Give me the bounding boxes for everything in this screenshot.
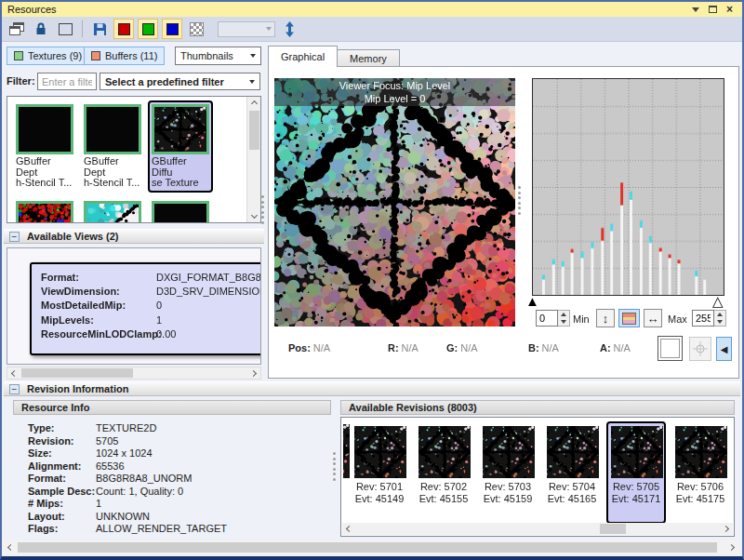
revision-thumbnail bbox=[611, 426, 663, 478]
view-field-label: ResourceMinLODClamp: bbox=[41, 328, 162, 340]
revision-information-header[interactable]: − Revision Information bbox=[4, 381, 740, 396]
panel-splitter-grip[interactable] bbox=[261, 195, 264, 224]
buffers-toggle[interactable]: Buffers (11) bbox=[84, 47, 165, 65]
collapse-minus-icon[interactable]: − bbox=[9, 232, 20, 242]
min-spinner[interactable] bbox=[536, 310, 570, 327]
min-value-input[interactable] bbox=[536, 310, 558, 327]
texture-thumbnail-list[interactable]: GBuffer Dept h-Stencil T...GBuffer Dept … bbox=[7, 96, 261, 223]
histogram-max-marker[interactable]: △ bbox=[712, 295, 724, 308]
revision-evt-label: Evt: 45171 bbox=[611, 493, 661, 505]
scroll-thumb[interactable] bbox=[18, 542, 717, 553]
pixel-field-label: G: bbox=[446, 342, 458, 353]
revision-item[interactable]: Rev: 5701Evt: 45149 bbox=[350, 421, 409, 524]
resource-field-value: 5705 bbox=[96, 435, 118, 447]
pixel-field-value: N/A bbox=[460, 342, 477, 353]
texture-image[interactable] bbox=[274, 78, 515, 327]
texture-viewer[interactable]: Viewer Focus: Mip Level Mip Level = 0 bbox=[274, 78, 515, 327]
close-icon[interactable]: × bbox=[726, 5, 733, 14]
revision-thumb-partial bbox=[343, 424, 350, 478]
view-field-row: MipLevels:1 bbox=[32, 314, 261, 328]
channel-stripes-button[interactable] bbox=[618, 309, 640, 327]
view-card[interactable]: Format:DXGI_FORMAT_B8G8R8A8ViewDimension… bbox=[30, 262, 261, 355]
green-channel-button[interactable] bbox=[138, 19, 158, 39]
predefined-filter-dropdown[interactable]: Select a predefined filter bbox=[100, 73, 260, 90]
texture-list-item[interactable] bbox=[80, 197, 145, 224]
thumbnail-list-vscrollbar[interactable] bbox=[246, 97, 260, 222]
textures-toggle[interactable]: Textures (9) bbox=[7, 47, 89, 65]
texture-list-item[interactable]: GBuffer Dept h-Stencil T... bbox=[80, 100, 145, 193]
texture-thumbnail bbox=[16, 104, 73, 154]
alpha-checker-button[interactable] bbox=[186, 19, 206, 39]
scroll-thumb[interactable] bbox=[249, 111, 259, 150]
histogram[interactable] bbox=[532, 78, 724, 296]
collapse-minus-icon[interactable]: − bbox=[9, 384, 20, 394]
cascade-windows-icon[interactable] bbox=[7, 19, 27, 39]
pixel-picker-button-disabled bbox=[689, 337, 711, 361]
blue-channel-button[interactable] bbox=[162, 19, 182, 39]
texture-list-item[interactable] bbox=[148, 197, 213, 224]
maximize-icon[interactable] bbox=[709, 6, 717, 13]
filter-input[interactable] bbox=[37, 73, 97, 90]
scroll-left-arrow[interactable] bbox=[7, 367, 20, 380]
revision-rev-label: Rev: 5706 bbox=[675, 481, 725, 493]
revision-item[interactable]: Rev: 5703Evt: 45159 bbox=[478, 421, 538, 524]
scroll-up-arrow[interactable] bbox=[248, 97, 260, 109]
views-hscrollbar[interactable] bbox=[7, 367, 261, 380]
texture-list-item[interactable] bbox=[12, 197, 77, 224]
frame-icon[interactable] bbox=[55, 19, 75, 39]
texture-list-item[interactable]: GBuffer Dept h-Stencil T... bbox=[12, 100, 77, 193]
scroll-right-arrow[interactable] bbox=[721, 523, 733, 535]
resource-field-label: Type: bbox=[28, 422, 55, 433]
scroll-left-arrow[interactable] bbox=[342, 523, 354, 535]
texture-list-item[interactable]: GBuffer Diffu se Texture bbox=[148, 100, 213, 193]
lock-icon[interactable] bbox=[31, 19, 51, 39]
revision-item[interactable]: Rev: 5704Evt: 45165 bbox=[542, 421, 602, 524]
histogram-min-marker[interactable]: ▲ bbox=[525, 295, 539, 308]
fit-range-horizontal-button[interactable]: ↔ bbox=[644, 309, 662, 327]
max-value-input[interactable] bbox=[692, 310, 714, 327]
scroll-thumb[interactable] bbox=[600, 524, 626, 534]
scroll-right-arrow[interactable] bbox=[248, 367, 260, 380]
available-revisions-list[interactable]: Rev: 5701Evt: 45149Rev: 5702Evt: 45155Re… bbox=[340, 417, 735, 537]
revision-splitter-grip[interactable] bbox=[333, 452, 336, 481]
revision-rev-label: Rev: 5703 bbox=[483, 481, 533, 493]
revision-item[interactable]: Rev: 5706Evt: 45175 bbox=[671, 421, 730, 524]
resource-field-value: UNKNOWN bbox=[96, 511, 150, 522]
pixel-field-a: A:N/A bbox=[600, 342, 631, 353]
tab-memory[interactable]: Memory bbox=[338, 49, 400, 67]
save-icon[interactable] bbox=[89, 19, 110, 39]
fit-vertical-button[interactable] bbox=[279, 19, 299, 39]
scroll-right-arrow[interactable] bbox=[726, 541, 738, 553]
window-menu-caret-icon[interactable] bbox=[692, 7, 699, 12]
texture-thumbnail bbox=[84, 201, 141, 224]
revision-item[interactable]: Rev: 5705Evt: 45171 bbox=[606, 421, 666, 524]
title-bar[interactable]: Resources × bbox=[2, 2, 742, 17]
fit-range-vertical-button[interactable]: ↕ bbox=[596, 309, 615, 327]
revision-item[interactable]: Rev: 5702Evt: 45155 bbox=[414, 421, 473, 524]
viewer-histogram-splitter-grip[interactable] bbox=[518, 186, 521, 215]
view-field-value: 1 bbox=[156, 314, 162, 326]
revision-items: Rev: 5701Evt: 45149Rev: 5702Evt: 45155Re… bbox=[350, 421, 732, 524]
scroll-thumb[interactable] bbox=[21, 368, 133, 378]
scroll-down-arrow[interactable] bbox=[248, 210, 260, 222]
texture-thumbnail bbox=[152, 201, 209, 224]
texture-thumbnail-image bbox=[19, 204, 71, 224]
max-spinner[interactable] bbox=[692, 310, 726, 327]
blue-swatch-icon bbox=[166, 23, 179, 35]
collapse-panel-button[interactable]: ◀ bbox=[716, 337, 732, 361]
texture-thumbnail-image bbox=[154, 107, 206, 152]
window-title: Resources bbox=[7, 4, 57, 15]
tab-graphical[interactable]: Graphical bbox=[268, 46, 338, 67]
red-channel-button[interactable] bbox=[113, 19, 134, 39]
view-mode-dropdown[interactable]: Thumbnails bbox=[175, 47, 261, 65]
resource-field-label: Alignment: bbox=[28, 460, 81, 472]
resource-field-label: Size: bbox=[28, 447, 52, 459]
scroll-left-arrow[interactable] bbox=[4, 541, 16, 553]
revisions-hscrollbar[interactable] bbox=[342, 523, 733, 535]
up-down-arrows-icon bbox=[285, 21, 295, 37]
available-views-header[interactable]: − Available Views (2) bbox=[4, 229, 264, 244]
bottom-hscrollbar[interactable] bbox=[2, 540, 740, 554]
resource-field-label: Revision: bbox=[28, 435, 74, 447]
revision-evt-label: Evt: 45159 bbox=[483, 493, 533, 505]
viewer-focus-line1: Viewer Focus: Mip Level bbox=[274, 79, 515, 92]
